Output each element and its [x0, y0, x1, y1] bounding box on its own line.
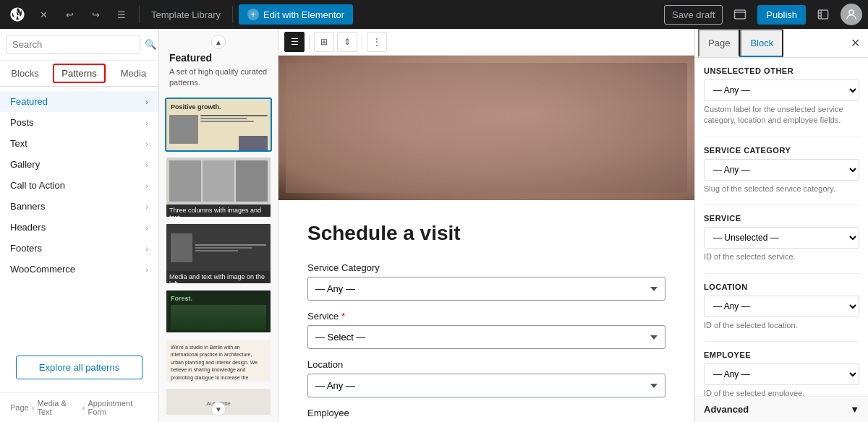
chevron-right-icon: › — [145, 119, 148, 127]
redo-button[interactable]: ↪ — [84, 3, 107, 26]
topbar-right: Save draft Publish — [664, 3, 862, 26]
pattern-item-about[interactable]: We're a studio in Berlin with an interna… — [165, 338, 272, 383]
service-right-select[interactable]: — Unselected — — [704, 227, 859, 249]
service-category-right-select[interactable]: — Any — — [704, 159, 859, 181]
patterns-title: Featured — [169, 52, 268, 64]
tab-block[interactable]: Block — [740, 29, 783, 57]
divider-1 — [704, 137, 859, 137]
scroll-up-button[interactable]: ▲ — [211, 35, 226, 49]
layout-tool-button[interactable]: ⊞ — [314, 32, 334, 52]
svg-rect-1 — [818, 10, 827, 19]
breadcrumb-page: Page — [10, 403, 29, 412]
save-draft-button[interactable]: Save draft — [664, 5, 723, 25]
sidebar-item-footers[interactable]: Footers › — [0, 238, 158, 259]
list-view-button[interactable]: ☰ — [110, 3, 133, 26]
sidebar-item-gallery[interactable]: Gallery › — [0, 154, 158, 175]
location-label: Location — [307, 359, 665, 370]
employee-right-select[interactable]: — Any — — [704, 363, 859, 385]
tab-page[interactable]: Page — [698, 29, 740, 57]
service-label: Service * — [307, 311, 665, 322]
pattern-item-positive-growth[interactable]: Positive growth. — [165, 98, 272, 152]
location-right-select[interactable]: — Any — — [704, 296, 859, 317]
advanced-section[interactable]: Advanced ▼ — [695, 396, 868, 422]
chevron-down-icon: ▼ — [850, 404, 859, 415]
main-layout: 🔍 Blocks Patterns Media Featured › Posts… — [0, 29, 868, 422]
left-panel: 🔍 Blocks Patterns Media Featured › Posts… — [0, 29, 159, 422]
item-label: Text — [10, 138, 27, 149]
tab-blocks[interactable]: Blocks — [0, 61, 50, 86]
pattern-preview-4: Forest. — [166, 290, 271, 334]
up-down-button[interactable]: ⇕ — [337, 32, 357, 52]
plus-icon: + — [247, 9, 259, 20]
divider-4 — [704, 341, 859, 342]
service-select[interactable]: — Select — — [307, 325, 665, 349]
svg-rect-0 — [735, 10, 746, 19]
layout-button[interactable] — [812, 3, 835, 26]
pattern-label-3: Media and text with image on the left — [166, 271, 271, 285]
sidebar-item-woocommerce[interactable]: WooCommerce › — [0, 259, 158, 280]
divider-2 — [704, 204, 859, 205]
sidebar-item-featured[interactable]: Featured › — [0, 91, 158, 112]
pattern-item-media-text[interactable]: Media and text with image on the left — [165, 223, 272, 285]
service-category-select[interactable]: — Any — — [307, 277, 665, 301]
tab-media[interactable]: Media — [109, 61, 158, 86]
search-input[interactable] — [6, 35, 140, 54]
preview-button[interactable] — [728, 3, 752, 26]
pattern-item-forest[interactable]: Forest. — [165, 289, 272, 334]
location-right-label: LOCATION — [704, 283, 859, 291]
patterns-list: Positive growth. — [159, 92, 278, 422]
panel-items: Featured › Posts › Text › Gallery › Call… — [0, 87, 158, 343]
employee-label: Employee — [307, 408, 665, 418]
scroll-down-button[interactable]: ▼ — [211, 402, 226, 416]
chevron-right-icon: › — [145, 98, 148, 106]
item-label: Featured — [10, 96, 48, 107]
panel-section: Featured › Posts › Text › Gallery › Call… — [0, 87, 158, 284]
edit-elementor-button[interactable]: + Edit with Elementor — [239, 4, 353, 25]
chevron-right-icon: › — [145, 244, 148, 253]
item-label: Banners — [10, 201, 45, 212]
right-panel-content: UNSELECTED OTHER — Any — Custom label fo… — [695, 58, 868, 396]
tab-patterns[interactable]: Patterns — [53, 64, 106, 83]
close-button[interactable]: ✕ — [32, 3, 55, 26]
toolbar-divider — [309, 35, 310, 49]
publish-button[interactable]: Publish — [757, 5, 806, 25]
pattern-preview-1: Positive growth. — [166, 99, 271, 152]
patterns-title-area: Featured A set of high quality curated p… — [159, 43, 278, 92]
pattern-preview-3 — [166, 224, 271, 271]
pattern-item-three-columns[interactable]: Three columns with images and text — [165, 156, 272, 218]
service-category-label: Service Category — [307, 262, 665, 273]
sidebar-item-cta[interactable]: Call to Action › — [0, 175, 158, 196]
patterns-description: A set of high quality curated patterns. — [169, 66, 268, 89]
divider — [139, 6, 140, 23]
sidebar-item-headers[interactable]: Headers › — [0, 217, 158, 238]
right-panel-tabs: Page Block ✕ — [695, 29, 868, 58]
search-icon-button[interactable]: 🔍 — [145, 39, 157, 50]
divider2 — [232, 6, 233, 23]
sidebar-item-banners[interactable]: Banners › — [0, 196, 158, 217]
location-select[interactable]: — Any — — [307, 374, 665, 397]
unselected-other-select[interactable]: — Any — — [704, 79, 859, 101]
select-tool-button[interactable]: ☰ — [284, 32, 305, 52]
editor-content: Schedule a visit Service Category — Any … — [278, 56, 694, 422]
wordpress-logo[interactable] — [6, 3, 29, 26]
item-label: Gallery — [10, 159, 40, 170]
item-label: Footers — [10, 243, 42, 254]
item-label: WooCommerce — [10, 264, 75, 275]
topbar: ✕ ↩ ↪ ☰ Template Library + Edit with Ele… — [0, 0, 868, 29]
breadcrumb-appointment-form: Appointment Form — [88, 399, 148, 416]
employee-field: Employee — Any — — [307, 408, 665, 422]
undo-button[interactable]: ↩ — [58, 3, 81, 26]
item-label: Posts — [10, 117, 34, 128]
service-category-group: SERVICE CATEGORY — Any — Slug of the sel… — [704, 146, 859, 194]
sidebar-item-text[interactable]: Text › — [0, 133, 158, 154]
explore-all-patterns-button[interactable]: Explore all patterns — [16, 356, 142, 379]
service-desc: ID of the selected service. — [704, 251, 859, 262]
close-right-panel-button[interactable]: ✕ — [845, 33, 865, 53]
required-indicator: * — [341, 311, 345, 322]
item-label: Headers — [10, 222, 46, 233]
sidebar-item-posts[interactable]: Posts › — [0, 112, 158, 133]
chevron-right-icon: › — [145, 139, 148, 148]
user-avatar[interactable] — [841, 4, 862, 25]
employee-right-group: EMPLOYEE — Any — ID of the selected empl… — [704, 350, 859, 396]
more-options-button[interactable]: ⋮ — [367, 32, 387, 52]
